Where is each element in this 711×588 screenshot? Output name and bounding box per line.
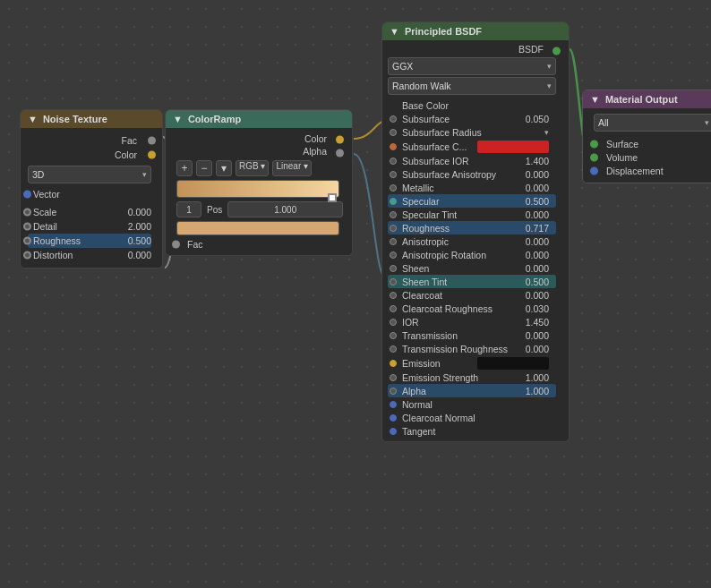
bsdf-clearcoat-normal-socket[interactable] [390, 414, 397, 422]
noise-roughness-value: 0.500 [128, 235, 151, 246]
material-volume-row: Volume [594, 150, 711, 164]
bsdf-subsurface-method-label: Random Walk [392, 81, 451, 91]
noise-detail-value: 2.000 [128, 221, 151, 232]
noise-texture-title: Noise Texture [43, 114, 107, 124]
colorramp-alpha-out-socket[interactable] [336, 149, 344, 158]
colorramp-color-mode[interactable]: RGB ▾ [236, 160, 269, 176]
bsdf-collapse-arrow: ▼ [390, 26, 399, 37]
bsdf-ior-row: IOR 1.450 [388, 315, 556, 328]
bsdf-subsurface-method-dropdown[interactable]: Random Walk ▾ [388, 77, 556, 95]
material-displacement-socket[interactable] [590, 166, 598, 175]
bsdf-subsurface-color-row: Subsurface C... [388, 139, 556, 154]
material-volume-socket[interactable] [590, 153, 598, 161]
bsdf-output-label: BSDF [518, 44, 544, 55]
bsdf-subsurface-socket[interactable] [390, 115, 397, 123]
bsdf-subsurface-ior-socket[interactable] [390, 158, 397, 165]
bsdf-normal-row: Normal [388, 397, 556, 411]
bsdf-clearcoat-normal-row: Clearcoat Normal [388, 411, 556, 424]
bsdf-subsurface-color-socket[interactable] [390, 143, 397, 150]
bsdf-sheen-socket[interactable] [390, 265, 397, 272]
bsdf-emission-socket[interactable] [390, 360, 397, 367]
noise-vector-label: Vector [28, 189, 60, 200]
bsdf-anisotropic-rotation-socket[interactable] [390, 251, 397, 259]
bsdf-anisotropic-row: Anisotropic 0.000 [388, 234, 556, 248]
noise-fac-socket[interactable] [148, 137, 156, 145]
bsdf-alpha-row: Alpha 1.000 [388, 384, 556, 397]
bsdf-output-socket[interactable] [553, 47, 561, 55]
material-surface-row: Surface [594, 137, 711, 150]
bsdf-sheen-tint-row: Sheen Tint 0.500 [388, 275, 556, 288]
bsdf-header[interactable]: ▼ Principled BSDF [382, 22, 569, 40]
colorramp-stop-number[interactable] [176, 201, 201, 217]
bsdf-emission-strength-socket[interactable] [390, 374, 397, 381]
noise-fac-output: Fac [28, 133, 151, 148]
bsdf-specular-row: Specular 0.500 [388, 194, 556, 208]
colorramp-arrow-btn[interactable]: ▾ [216, 160, 232, 176]
bsdf-subsurface-color-swatch[interactable] [477, 141, 549, 153]
colorramp-gradient-bar[interactable] [176, 180, 339, 198]
bsdf-emission-swatch[interactable] [477, 357, 549, 370]
noise-distortion-socket[interactable] [23, 251, 31, 260]
bsdf-distribution-dropdown[interactable]: GGX ▾ [388, 57, 556, 75]
wires-overlay [0, 0, 711, 588]
noise-detail-socket[interactable] [23, 223, 31, 231]
colorramp-header[interactable]: ▼ ColorRamp [166, 110, 352, 128]
colorramp-add-stop-btn[interactable]: + [176, 160, 193, 176]
bsdf-specular-tint-row: Specular Tint 0.000 [388, 208, 556, 221]
noise-vector-socket[interactable] [23, 191, 31, 199]
material-output-target-dropdown[interactable]: All ▾ [594, 114, 711, 132]
colorramp-pos-label: Pos [205, 205, 224, 215]
bsdf-tangent-row: Tangent [388, 424, 556, 438]
colorramp-fac-socket[interactable] [172, 241, 180, 249]
bsdf-clearcoat-roughness-socket[interactable] [390, 305, 397, 312]
bsdf-anisotropic-socket[interactable] [390, 238, 397, 245]
colorramp-title: ColorRamp [188, 114, 241, 124]
bsdf-tangent-socket[interactable] [390, 428, 397, 435]
noise-texture-header[interactable]: ▼ Noise Texture [21, 110, 162, 128]
colorramp-remove-stop-btn[interactable]: − [196, 160, 212, 176]
material-surface-socket[interactable] [590, 140, 598, 148]
noise-distortion-label: Distortion [28, 250, 73, 260]
colorramp-pos-value[interactable] [227, 201, 343, 217]
bsdf-emission-strength-row: Emission Strength 1.000 [388, 371, 556, 384]
noise-color-socket[interactable] [148, 151, 156, 159]
bsdf-specular-socket[interactable] [390, 198, 397, 205]
bsdf-subsurface-ior-row: Subsurface IOR 1.400 [388, 154, 556, 167]
bsdf-subsurface-radius-row: Subsurface Radius ▾ [388, 125, 556, 139]
colorramp-node: ▼ ColorRamp Color Alpha + − ▾ RGB ▾ Line… [165, 109, 353, 256]
noise-scale-label: Scale [28, 207, 56, 217]
material-output-node: ▼ Material Output All ▾ Surface Volume D… [582, 89, 711, 183]
bsdf-ior-socket[interactable] [390, 319, 397, 326]
bsdf-normal-socket[interactable] [390, 401, 397, 408]
noise-detail-row: Detail 2.000 [28, 219, 151, 234]
material-output-target-label: All [598, 117, 609, 128]
noise-dimension-dropdown[interactable]: 3D ▾ [28, 166, 151, 183]
material-output-header[interactable]: ▼ Material Output [583, 90, 711, 108]
material-displacement-label: Displacement [606, 166, 664, 176]
bsdf-subsurface-radius-socket[interactable] [390, 129, 397, 136]
colorramp-color-preview [176, 221, 339, 235]
bsdf-metallic-socket[interactable] [390, 184, 397, 192]
bsdf-clearcoat-socket[interactable] [390, 292, 397, 299]
colorramp-interp-mode[interactable]: Linear ▾ [272, 160, 312, 176]
material-output-title: Material Output [605, 94, 678, 105]
bsdf-transmission-row: Transmission 0.000 [388, 328, 556, 342]
bsdf-sheen-tint-socket[interactable] [390, 278, 397, 285]
bsdf-roughness-socket[interactable] [390, 225, 397, 232]
bsdf-subsurface-anisotropy-socket[interactable] [390, 171, 397, 178]
bsdf-alpha-socket[interactable] [390, 388, 397, 395]
bsdf-clearcoat-row: Clearcoat 0.000 [388, 288, 556, 302]
bsdf-transmission-roughness-socket[interactable] [390, 345, 397, 353]
material-volume-label: Volume [606, 152, 638, 163]
bsdf-sheen-row: Sheen 0.000 [388, 261, 556, 275]
noise-scale-socket[interactable] [23, 209, 31, 217]
noise-distortion-value: 0.000 [128, 250, 151, 260]
bsdf-specular-tint-socket[interactable] [390, 211, 397, 218]
colorramp-stop-marker[interactable] [328, 193, 337, 202]
noise-roughness-socket[interactable] [23, 237, 31, 245]
colorramp-controls: + − ▾ RGB ▾ Linear ▾ [176, 160, 339, 176]
bsdf-transmission-socket[interactable] [390, 332, 397, 339]
material-displacement-row: Displacement [594, 164, 711, 177]
colorramp-collapse-arrow: ▼ [173, 114, 183, 124]
colorramp-color-out-socket[interactable] [336, 136, 344, 144]
